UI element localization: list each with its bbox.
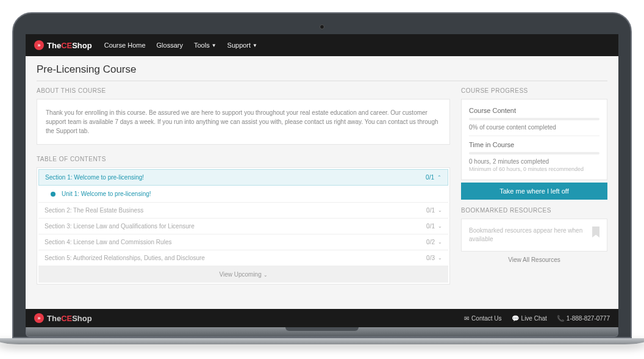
nav-support[interactable]: Support▼ <box>227 42 257 49</box>
logo-badge-icon: » <box>34 313 44 323</box>
chevron-down-icon: ⌄ <box>438 208 442 213</box>
laptop-base <box>0 338 644 344</box>
nav-course-home[interactable]: Course Home <box>104 42 146 49</box>
nav-tools-label: Tools <box>194 42 210 49</box>
chat-icon: 💬 <box>512 315 519 322</box>
toc-section-progress: 0/1 <box>426 223 435 230</box>
bookmarks-card: Bookmarked resources appear here when av… <box>461 219 607 252</box>
toc-section-progress: 0/3 <box>426 255 435 261</box>
live-chat-link[interactable]: 💬Live Chat <box>512 315 547 322</box>
time-progress-sub: Minimum of 60 hours, 0 minutes recommend… <box>469 166 599 172</box>
toc-section-title: Section 1: Welcome to pre-licensing! <box>45 174 144 181</box>
camera-icon <box>320 24 324 29</box>
screen: » TheCEShop Course Home Glossary Tools▼ … <box>26 34 618 327</box>
chevron-down-icon: ⌄ <box>263 272 268 278</box>
bookmark-icon <box>592 227 599 238</box>
phone-label: 1-888-827-0777 <box>567 315 610 322</box>
view-upcoming-label: View Upcoming <box>219 271 261 278</box>
resume-button[interactable]: Take me where I left off <box>461 183 607 200</box>
time-progress-bar <box>469 152 599 154</box>
view-all-resources-link[interactable]: View All Resources <box>461 252 607 268</box>
content-progress-bar <box>469 118 599 120</box>
main-content: Pre-Licensing Course ABOUT THIS COURSE T… <box>26 56 618 309</box>
nav-support-label: Support <box>227 42 251 49</box>
screen-bezel: » TheCEShop Course Home Glossary Tools▼ … <box>12 12 632 338</box>
table-of-contents: Section 1: Welcome to pre-licensing! 0/1… <box>37 167 450 285</box>
nav-glossary[interactable]: Glossary <box>157 42 183 49</box>
brand-the: The <box>47 41 61 50</box>
chevron-down-icon: ⌄ <box>438 239 442 245</box>
chevron-down-icon: ▼ <box>212 43 216 48</box>
toc-section-title: Section 2: The Real Estate Business <box>45 207 143 214</box>
nav-items: Course Home Glossary Tools▼ Support▼ <box>104 42 257 49</box>
unit-dot-icon <box>51 192 55 197</box>
right-column: COURSE PROGRESS Course Content 0% of cou… <box>461 87 607 309</box>
left-column: ABOUT THIS COURSE Thank you for enrollin… <box>37 87 450 309</box>
phone-link[interactable]: 📞1-888-827-0777 <box>557 315 610 322</box>
page-title: Pre-Licensing Course <box>37 63 607 81</box>
time-progress-title: Time in Course <box>469 141 599 148</box>
contact-label: Contact Us <box>471 315 501 322</box>
chevron-down-icon: ▼ <box>252 43 257 48</box>
footer-right: ✉Contact Us 💬Live Chat 📞1-888-827-0777 <box>464 315 610 322</box>
brand-ce: CE <box>61 41 72 50</box>
toc-section-title: Section 5: Authorized Relationships, Dut… <box>45 255 205 261</box>
top-nav: » TheCEShop Course Home Glossary Tools▼ … <box>26 34 618 56</box>
about-box: Thank you for enrolling in this course. … <box>37 99 450 145</box>
chat-label: Live Chat <box>521 315 547 322</box>
columns: ABOUT THIS COURSE Thank you for enrollin… <box>37 87 607 309</box>
progress-label: COURSE PROGRESS <box>461 87 607 94</box>
toc-section-2[interactable]: Section 2: The Real Estate Business 0/1⌄ <box>38 203 448 219</box>
view-upcoming-button[interactable]: View Upcoming ⌄ <box>38 266 448 283</box>
chevron-up-icon: ⌃ <box>437 175 442 180</box>
laptop-frame: » TheCEShop Course Home Glossary Tools▼ … <box>12 12 632 344</box>
footer: » TheCEShop ✉Contact Us 💬Live Chat 📞1-88… <box>26 309 618 327</box>
toc-section-1[interactable]: Section 1: Welcome to pre-licensing! 0/1… <box>38 169 448 186</box>
contact-us-link[interactable]: ✉Contact Us <box>464 315 501 322</box>
toc-section-progress: 0/2 <box>426 239 435 245</box>
brand-the: The <box>47 314 61 323</box>
toc-section-progress: 0/1 <box>426 174 434 181</box>
brand-shop: Shop <box>72 314 92 323</box>
toc-section-5[interactable]: Section 5: Authorized Relationships, Dut… <box>38 250 448 266</box>
logo-badge-icon: » <box>34 40 44 50</box>
footer-logo[interactable]: » TheCEShop <box>34 313 92 323</box>
toc-section-progress: 0/1 <box>426 207 435 214</box>
toc-unit-1[interactable]: Unit 1: Welcome to pre-licensing! <box>38 186 448 203</box>
toc-unit-title: Unit 1: Welcome to pre-licensing! <box>62 190 151 197</box>
envelope-icon: ✉ <box>464 315 469 322</box>
progress-card: Course Content 0% of course content comp… <box>461 99 607 180</box>
nav-tools[interactable]: Tools▼ <box>194 42 216 49</box>
content-progress-title: Course Content <box>469 107 599 114</box>
about-label: ABOUT THIS COURSE <box>37 87 450 94</box>
time-progress-text: 0 hours, 2 minutes completed <box>469 158 599 165</box>
bookmarks-empty-text: Bookmarked resources appear here when av… <box>469 227 587 244</box>
chevron-down-icon: ⌄ <box>438 223 442 229</box>
phone-icon: 📞 <box>557 315 564 322</box>
toc-section-3[interactable]: Section 3: License Law and Qualification… <box>38 219 448 234</box>
brand-ce: CE <box>61 314 72 323</box>
toc-section-title: Section 3: License Law and Qualification… <box>45 223 195 230</box>
brand-logo[interactable]: » TheCEShop <box>34 40 92 50</box>
content-progress-text: 0% of course content completed <box>469 124 599 131</box>
chevron-down-icon: ⌄ <box>438 255 442 261</box>
laptop-hinge <box>26 327 618 337</box>
bookmarks-label: BOOKMARKED RESOURCES <box>461 207 607 214</box>
brand-shop: Shop <box>72 41 92 50</box>
toc-section-title: Section 4: License Law and Commission Ru… <box>45 239 171 245</box>
toc-section-4[interactable]: Section 4: License Law and Commission Ru… <box>38 234 448 250</box>
toc-label: TABLE OF CONTENTS <box>37 156 450 162</box>
